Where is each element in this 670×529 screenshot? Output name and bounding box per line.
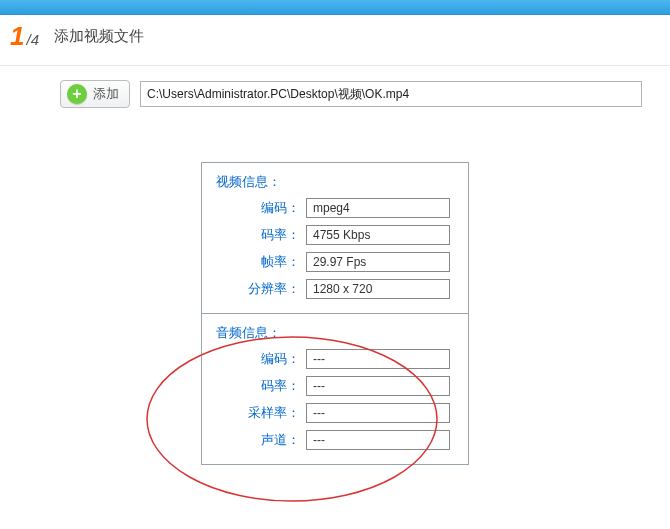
add-file-row: 添加	[0, 66, 670, 108]
media-info-table: 视频信息： 编码： mpeg4 码率： 4755 Kbps 帧率： 29.97 …	[201, 162, 469, 465]
field-label: 声道：	[216, 431, 306, 449]
field-label: 码率：	[216, 226, 306, 244]
step-header: 1 /4 添加视频文件	[0, 15, 670, 66]
audio-channels-row: 声道： ---	[216, 430, 454, 450]
app-top-bar	[0, 0, 670, 15]
field-label: 码率：	[216, 377, 306, 395]
audio-samplerate-row: 采样率： ---	[216, 403, 454, 423]
audio-bitrate-value: ---	[306, 376, 450, 396]
field-label: 编码：	[216, 350, 306, 368]
audio-codec-value: ---	[306, 349, 450, 369]
video-fps-value: 29.97 Fps	[306, 252, 450, 272]
audio-samplerate-value: ---	[306, 403, 450, 423]
field-label: 分辨率：	[216, 280, 306, 298]
audio-channels-value: ---	[306, 430, 450, 450]
video-bitrate-row: 码率： 4755 Kbps	[216, 225, 454, 245]
step-number: 1 /4	[10, 23, 39, 49]
video-bitrate-value: 4755 Kbps	[306, 225, 450, 245]
step-current: 1	[10, 23, 24, 49]
field-label: 帧率：	[216, 253, 306, 271]
video-section-title: 视频信息：	[216, 173, 454, 191]
video-codec-row: 编码： mpeg4	[216, 198, 454, 218]
audio-bitrate-row: 码率： ---	[216, 376, 454, 396]
add-button-label: 添加	[93, 85, 119, 103]
step-total: /4	[26, 31, 39, 48]
audio-info-section: 音频信息： 编码： --- 码率： --- 采样率： --- 声道： ---	[202, 314, 469, 465]
video-fps-row: 帧率： 29.97 Fps	[216, 252, 454, 272]
step-title: 添加视频文件	[54, 27, 144, 46]
file-path-input[interactable]	[140, 81, 642, 107]
video-info-section: 视频信息： 编码： mpeg4 码率： 4755 Kbps 帧率： 29.97 …	[202, 163, 469, 314]
video-resolution-value: 1280 x 720	[306, 279, 450, 299]
field-label: 采样率：	[216, 404, 306, 422]
field-label: 编码：	[216, 199, 306, 217]
video-resolution-row: 分辨率： 1280 x 720	[216, 279, 454, 299]
add-file-button[interactable]: 添加	[60, 80, 130, 108]
plus-icon	[67, 84, 87, 104]
video-codec-value: mpeg4	[306, 198, 450, 218]
audio-section-title: 音频信息：	[216, 324, 454, 342]
audio-codec-row: 编码： ---	[216, 349, 454, 369]
